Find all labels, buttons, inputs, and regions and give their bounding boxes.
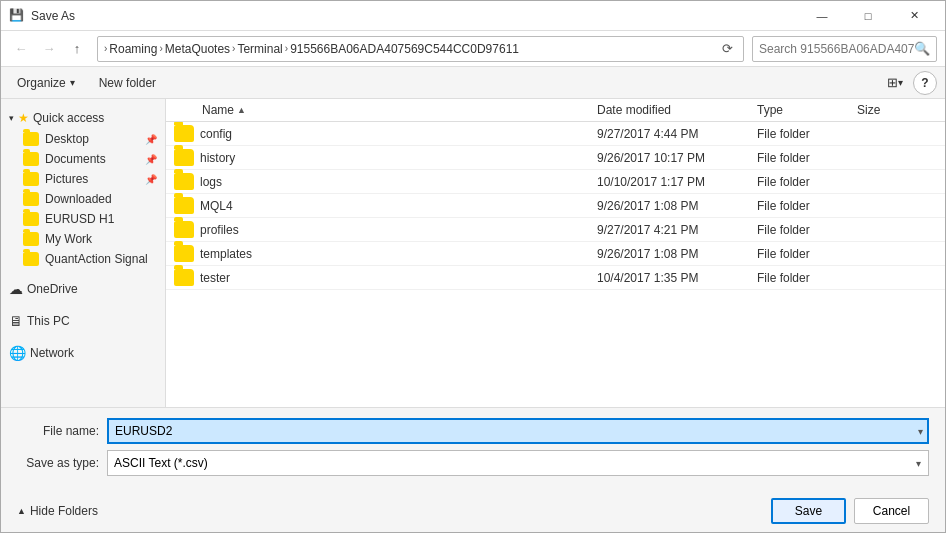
savetype-row: Save as type: ASCII Text (*.csv) ▾ xyxy=(17,450,929,476)
date-cell: 9/27/2017 4:44 PM xyxy=(597,127,757,141)
refresh-button[interactable]: ⟳ xyxy=(717,39,737,59)
folder-icon xyxy=(174,221,194,238)
sidebar-item-documents[interactable]: Documents 📌 xyxy=(1,149,165,169)
table-row[interactable]: tester 10/4/2017 1:35 PM File folder xyxy=(166,266,945,290)
sidebar-item-mywork[interactable]: My Work xyxy=(1,229,165,249)
address-bar[interactable]: › Roaming › MetaQuotes › Terminal › 9155… xyxy=(97,36,744,62)
documents-pin-icon: 📌 xyxy=(145,154,157,165)
organize-label: Organize xyxy=(17,76,66,90)
file-name-cell: tester xyxy=(174,269,597,286)
thispc-icon: 🖥 xyxy=(9,313,23,329)
up-button[interactable]: ↑ xyxy=(65,37,89,61)
view-button[interactable]: ⊞ ▾ xyxy=(881,71,909,95)
file-name-cell: profiles xyxy=(174,221,597,238)
thispc-item[interactable]: 🖥 This PC xyxy=(1,309,165,333)
network-item[interactable]: 🌐 Network xyxy=(1,341,165,365)
folder-icon xyxy=(174,245,194,262)
address-segments: › Roaming › MetaQuotes › Terminal › 9155… xyxy=(104,42,717,56)
file-name-text: profiles xyxy=(200,223,239,237)
save-button[interactable]: Save xyxy=(771,498,846,524)
breadcrumb-separator-1: › xyxy=(159,43,162,54)
table-row[interactable]: config 9/27/2017 4:44 PM File folder xyxy=(166,122,945,146)
hide-folders-button[interactable]: ▲ Hide Folders xyxy=(17,504,98,518)
table-row[interactable]: history 9/26/2017 10:17 PM File folder xyxy=(166,146,945,170)
quick-access-header[interactable]: ▾ ★ Quick access xyxy=(1,107,165,129)
organize-dropdown-arrow: ▾ xyxy=(70,77,75,88)
col-date-label: Date modified xyxy=(597,103,671,117)
filename-wrapper: ▾ xyxy=(107,418,929,444)
pictures-label: Pictures xyxy=(45,172,88,186)
cancel-button[interactable]: Cancel xyxy=(854,498,929,524)
table-row[interactable]: profiles 9/27/2017 4:21 PM File folder xyxy=(166,218,945,242)
breadcrumb-roaming[interactable]: Roaming xyxy=(109,42,157,56)
help-button[interactable]: ? xyxy=(913,71,937,95)
new-folder-button[interactable]: New folder xyxy=(91,71,164,95)
table-row[interactable]: templates 9/26/2017 1:08 PM File folder xyxy=(166,242,945,266)
sidebar-item-pictures[interactable]: Pictures 📌 xyxy=(1,169,165,189)
title-bar: 💾 Save As — □ ✕ xyxy=(1,1,945,31)
sidebar-item-downloaded[interactable]: Downloaded xyxy=(1,189,165,209)
column-header-size[interactable]: Size xyxy=(857,103,937,117)
col-type-label: Type xyxy=(757,103,783,117)
network-section: 🌐 Network xyxy=(1,337,165,369)
onedrive-label: OneDrive xyxy=(27,282,78,296)
file-name-text: tester xyxy=(200,271,230,285)
date-cell: 9/26/2017 1:08 PM xyxy=(597,247,757,261)
new-folder-label: New folder xyxy=(99,76,156,90)
minimize-button[interactable]: — xyxy=(799,1,845,31)
forward-button[interactable]: → xyxy=(37,37,61,61)
search-box[interactable]: 🔍 xyxy=(752,36,937,62)
sidebar-item-quantaction[interactable]: QuantAction Signal xyxy=(1,249,165,269)
footer: ▲ Hide Folders Save Cancel xyxy=(1,492,945,532)
folder-icon xyxy=(174,173,194,190)
network-icon: 🌐 xyxy=(9,345,26,361)
type-cell: File folder xyxy=(757,199,857,213)
quick-access-star-icon: ★ xyxy=(18,111,29,125)
thispc-label: This PC xyxy=(27,314,70,328)
filename-label: File name: xyxy=(17,424,107,438)
back-button[interactable]: ← xyxy=(9,37,33,61)
pictures-pin-icon: 📌 xyxy=(145,174,157,185)
file-name-text: history xyxy=(200,151,235,165)
onedrive-cloud-icon: ☁ xyxy=(9,281,23,297)
column-header-type[interactable]: Type xyxy=(757,103,857,117)
downloaded-label: Downloaded xyxy=(45,192,112,206)
column-header-name[interactable]: Name ▲ xyxy=(174,103,597,117)
maximize-button[interactable]: □ xyxy=(845,1,891,31)
sidebar-item-eurusd[interactable]: EURUSD H1 xyxy=(1,209,165,229)
table-row[interactable]: logs 10/10/2017 1:17 PM File folder xyxy=(166,170,945,194)
breadcrumb-folder[interactable]: 915566BA06ADA407569C544CC0D97611 xyxy=(290,42,519,56)
onedrive-item[interactable]: ☁ OneDrive xyxy=(1,277,165,301)
mywork-label: My Work xyxy=(45,232,92,246)
date-cell: 10/10/2017 1:17 PM xyxy=(597,175,757,189)
search-input[interactable] xyxy=(759,42,914,56)
breadcrumb-terminal[interactable]: Terminal xyxy=(237,42,282,56)
col-size-label: Size xyxy=(857,103,880,117)
organize-button[interactable]: Organize ▾ xyxy=(9,71,83,95)
eurusd-label: EURUSD H1 xyxy=(45,212,114,226)
close-button[interactable]: ✕ xyxy=(891,1,937,31)
eurusd-folder-icon xyxy=(23,212,39,226)
table-row[interactable]: MQL4 9/26/2017 1:08 PM File folder xyxy=(166,194,945,218)
breadcrumb-metaquotes[interactable]: MetaQuotes xyxy=(165,42,230,56)
type-cell: File folder xyxy=(757,151,857,165)
type-cell: File folder xyxy=(757,223,857,237)
window-icon: 💾 xyxy=(9,8,25,24)
type-cell: File folder xyxy=(757,271,857,285)
quick-access-section: ▾ ★ Quick access Desktop 📌 Documents 📌 P… xyxy=(1,103,165,273)
desktop-label: Desktop xyxy=(45,132,89,146)
date-cell: 10/4/2017 1:35 PM xyxy=(597,271,757,285)
file-name-cell: history xyxy=(174,149,597,166)
sidebar-item-desktop[interactable]: Desktop 📌 xyxy=(1,129,165,149)
thispc-section: 🖥 This PC xyxy=(1,305,165,337)
savetype-select[interactable]: ASCII Text (*.csv) xyxy=(107,450,929,476)
file-name-cell: logs xyxy=(174,173,597,190)
quick-access-label: Quick access xyxy=(33,111,104,125)
column-header-date[interactable]: Date modified xyxy=(597,103,757,117)
file-name-text: config xyxy=(200,127,232,141)
filename-input[interactable] xyxy=(107,418,929,444)
desktop-folder-icon xyxy=(23,132,39,146)
col-name-label: Name xyxy=(202,103,234,117)
type-cell: File folder xyxy=(757,127,857,141)
savetype-wrapper: ASCII Text (*.csv) ▾ xyxy=(107,450,929,476)
